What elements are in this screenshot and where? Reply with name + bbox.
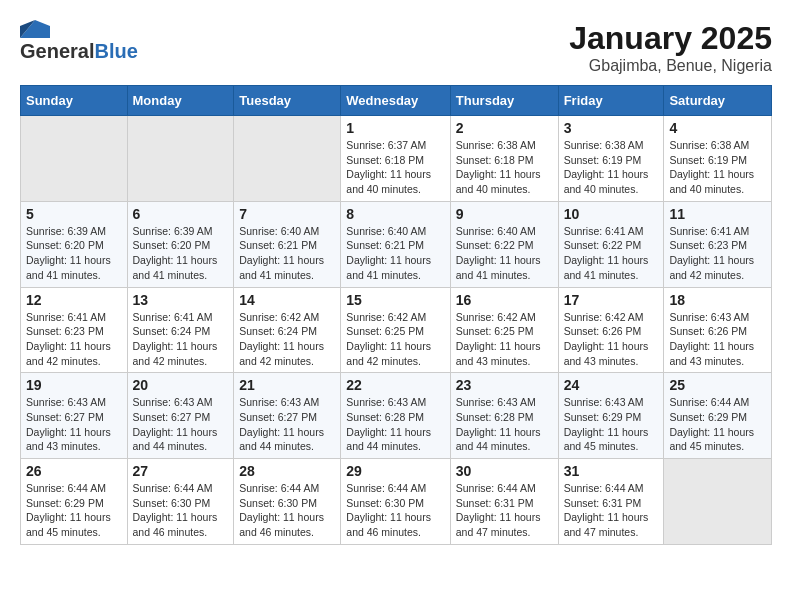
- day-info: Sunrise: 6:42 AM Sunset: 6:26 PM Dayligh…: [564, 310, 659, 369]
- day-info: Sunrise: 6:43 AM Sunset: 6:28 PM Dayligh…: [346, 395, 444, 454]
- day-info: Sunrise: 6:37 AM Sunset: 6:18 PM Dayligh…: [346, 138, 444, 197]
- week-row-1: 1Sunrise: 6:37 AM Sunset: 6:18 PM Daylig…: [21, 116, 772, 202]
- logo-blue: Blue: [94, 40, 137, 63]
- header-sunday: Sunday: [21, 86, 128, 116]
- day-cell: [664, 459, 772, 545]
- day-info: Sunrise: 6:40 AM Sunset: 6:22 PM Dayligh…: [456, 224, 553, 283]
- day-info: Sunrise: 6:42 AM Sunset: 6:25 PM Dayligh…: [456, 310, 553, 369]
- day-info: Sunrise: 6:44 AM Sunset: 6:29 PM Dayligh…: [26, 481, 122, 540]
- day-number: 6: [133, 206, 229, 222]
- day-info: Sunrise: 6:43 AM Sunset: 6:26 PM Dayligh…: [669, 310, 766, 369]
- day-number: 15: [346, 292, 444, 308]
- day-info: Sunrise: 6:39 AM Sunset: 6:20 PM Dayligh…: [26, 224, 122, 283]
- day-cell: 12Sunrise: 6:41 AM Sunset: 6:23 PM Dayli…: [21, 287, 128, 373]
- day-number: 28: [239, 463, 335, 479]
- day-info: Sunrise: 6:42 AM Sunset: 6:24 PM Dayligh…: [239, 310, 335, 369]
- day-cell: [21, 116, 128, 202]
- logo: GeneralBlue: [20, 20, 138, 63]
- logo-icon: [20, 20, 50, 38]
- day-info: Sunrise: 6:44 AM Sunset: 6:29 PM Dayligh…: [669, 395, 766, 454]
- day-info: Sunrise: 6:43 AM Sunset: 6:27 PM Dayligh…: [133, 395, 229, 454]
- day-cell: 24Sunrise: 6:43 AM Sunset: 6:29 PM Dayli…: [558, 373, 664, 459]
- day-cell: 22Sunrise: 6:43 AM Sunset: 6:28 PM Dayli…: [341, 373, 450, 459]
- day-cell: 29Sunrise: 6:44 AM Sunset: 6:30 PM Dayli…: [341, 459, 450, 545]
- day-number: 25: [669, 377, 766, 393]
- day-number: 4: [669, 120, 766, 136]
- day-info: Sunrise: 6:43 AM Sunset: 6:28 PM Dayligh…: [456, 395, 553, 454]
- day-number: 31: [564, 463, 659, 479]
- header-row: SundayMondayTuesdayWednesdayThursdayFrid…: [21, 86, 772, 116]
- day-info: Sunrise: 6:43 AM Sunset: 6:27 PM Dayligh…: [26, 395, 122, 454]
- day-cell: 28Sunrise: 6:44 AM Sunset: 6:30 PM Dayli…: [234, 459, 341, 545]
- day-cell: 31Sunrise: 6:44 AM Sunset: 6:31 PM Dayli…: [558, 459, 664, 545]
- day-info: Sunrise: 6:41 AM Sunset: 6:23 PM Dayligh…: [669, 224, 766, 283]
- week-row-5: 26Sunrise: 6:44 AM Sunset: 6:29 PM Dayli…: [21, 459, 772, 545]
- week-row-2: 5Sunrise: 6:39 AM Sunset: 6:20 PM Daylig…: [21, 201, 772, 287]
- day-info: Sunrise: 6:44 AM Sunset: 6:30 PM Dayligh…: [239, 481, 335, 540]
- day-number: 10: [564, 206, 659, 222]
- day-number: 19: [26, 377, 122, 393]
- day-info: Sunrise: 6:41 AM Sunset: 6:23 PM Dayligh…: [26, 310, 122, 369]
- day-cell: 23Sunrise: 6:43 AM Sunset: 6:28 PM Dayli…: [450, 373, 558, 459]
- day-info: Sunrise: 6:41 AM Sunset: 6:22 PM Dayligh…: [564, 224, 659, 283]
- day-cell: 7Sunrise: 6:40 AM Sunset: 6:21 PM Daylig…: [234, 201, 341, 287]
- day-info: Sunrise: 6:43 AM Sunset: 6:27 PM Dayligh…: [239, 395, 335, 454]
- day-number: 3: [564, 120, 659, 136]
- day-number: 8: [346, 206, 444, 222]
- day-number: 24: [564, 377, 659, 393]
- logo-general: General: [20, 40, 94, 63]
- day-cell: 18Sunrise: 6:43 AM Sunset: 6:26 PM Dayli…: [664, 287, 772, 373]
- day-cell: 14Sunrise: 6:42 AM Sunset: 6:24 PM Dayli…: [234, 287, 341, 373]
- day-cell: 6Sunrise: 6:39 AM Sunset: 6:20 PM Daylig…: [127, 201, 234, 287]
- day-info: Sunrise: 6:40 AM Sunset: 6:21 PM Dayligh…: [346, 224, 444, 283]
- day-info: Sunrise: 6:42 AM Sunset: 6:25 PM Dayligh…: [346, 310, 444, 369]
- day-info: Sunrise: 6:43 AM Sunset: 6:29 PM Dayligh…: [564, 395, 659, 454]
- day-cell: 21Sunrise: 6:43 AM Sunset: 6:27 PM Dayli…: [234, 373, 341, 459]
- day-cell: 15Sunrise: 6:42 AM Sunset: 6:25 PM Dayli…: [341, 287, 450, 373]
- day-cell: 4Sunrise: 6:38 AM Sunset: 6:19 PM Daylig…: [664, 116, 772, 202]
- month-title: January 2025: [569, 20, 772, 57]
- day-cell: 20Sunrise: 6:43 AM Sunset: 6:27 PM Dayli…: [127, 373, 234, 459]
- day-cell: [234, 116, 341, 202]
- day-info: Sunrise: 6:39 AM Sunset: 6:20 PM Dayligh…: [133, 224, 229, 283]
- day-number: 5: [26, 206, 122, 222]
- day-info: Sunrise: 6:38 AM Sunset: 6:18 PM Dayligh…: [456, 138, 553, 197]
- day-cell: 13Sunrise: 6:41 AM Sunset: 6:24 PM Dayli…: [127, 287, 234, 373]
- day-number: 29: [346, 463, 444, 479]
- day-cell: 11Sunrise: 6:41 AM Sunset: 6:23 PM Dayli…: [664, 201, 772, 287]
- day-number: 27: [133, 463, 229, 479]
- day-info: Sunrise: 6:44 AM Sunset: 6:31 PM Dayligh…: [456, 481, 553, 540]
- title-block: January 2025 Gbajimba, Benue, Nigeria: [569, 20, 772, 75]
- day-number: 17: [564, 292, 659, 308]
- header-friday: Friday: [558, 86, 664, 116]
- header-monday: Monday: [127, 86, 234, 116]
- header-tuesday: Tuesday: [234, 86, 341, 116]
- day-number: 12: [26, 292, 122, 308]
- day-number: 11: [669, 206, 766, 222]
- calendar-table: SundayMondayTuesdayWednesdayThursdayFrid…: [20, 85, 772, 545]
- day-info: Sunrise: 6:38 AM Sunset: 6:19 PM Dayligh…: [669, 138, 766, 197]
- day-cell: 25Sunrise: 6:44 AM Sunset: 6:29 PM Dayli…: [664, 373, 772, 459]
- day-cell: 5Sunrise: 6:39 AM Sunset: 6:20 PM Daylig…: [21, 201, 128, 287]
- day-cell: 1Sunrise: 6:37 AM Sunset: 6:18 PM Daylig…: [341, 116, 450, 202]
- day-cell: 10Sunrise: 6:41 AM Sunset: 6:22 PM Dayli…: [558, 201, 664, 287]
- page-header: GeneralBlue January 2025 Gbajimba, Benue…: [20, 20, 772, 75]
- day-number: 26: [26, 463, 122, 479]
- header-saturday: Saturday: [664, 86, 772, 116]
- header-wednesday: Wednesday: [341, 86, 450, 116]
- day-number: 13: [133, 292, 229, 308]
- day-cell: 26Sunrise: 6:44 AM Sunset: 6:29 PM Dayli…: [21, 459, 128, 545]
- day-cell: 9Sunrise: 6:40 AM Sunset: 6:22 PM Daylig…: [450, 201, 558, 287]
- day-number: 21: [239, 377, 335, 393]
- day-number: 18: [669, 292, 766, 308]
- day-info: Sunrise: 6:44 AM Sunset: 6:31 PM Dayligh…: [564, 481, 659, 540]
- location: Gbajimba, Benue, Nigeria: [569, 57, 772, 75]
- day-cell: 2Sunrise: 6:38 AM Sunset: 6:18 PM Daylig…: [450, 116, 558, 202]
- day-number: 9: [456, 206, 553, 222]
- day-cell: 19Sunrise: 6:43 AM Sunset: 6:27 PM Dayli…: [21, 373, 128, 459]
- day-number: 14: [239, 292, 335, 308]
- header-thursday: Thursday: [450, 86, 558, 116]
- week-row-3: 12Sunrise: 6:41 AM Sunset: 6:23 PM Dayli…: [21, 287, 772, 373]
- day-info: Sunrise: 6:38 AM Sunset: 6:19 PM Dayligh…: [564, 138, 659, 197]
- day-number: 7: [239, 206, 335, 222]
